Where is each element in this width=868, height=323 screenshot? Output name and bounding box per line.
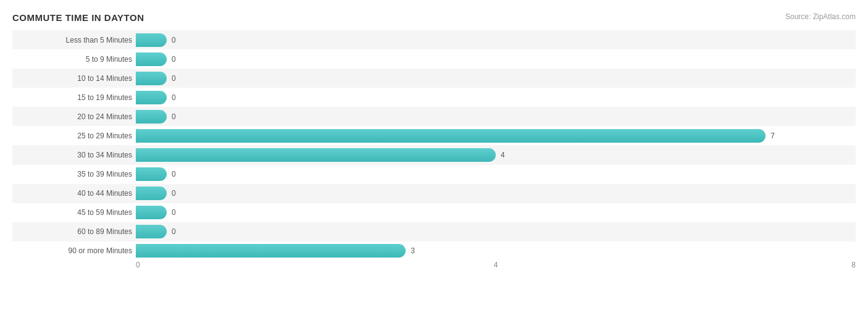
bar-area: 0 xyxy=(136,165,856,184)
bar-area: 4 xyxy=(136,145,856,164)
row-label: 45 to 59 Minutes xyxy=(12,208,136,217)
chart-source: Source: ZipAtlas.com xyxy=(785,12,856,21)
bar-value: 0 xyxy=(172,170,176,178)
bar-value: 0 xyxy=(172,189,176,198)
bar-area: 0 xyxy=(136,107,856,126)
bar-row: 20 to 24 Minutes0 xyxy=(12,107,856,126)
bar-area: 7 xyxy=(136,126,856,145)
bar-area: 0 xyxy=(136,203,856,222)
bar-row: 60 to 89 Minutes0 xyxy=(12,222,856,241)
bar-row: 5 to 9 Minutes0 xyxy=(12,49,856,69)
bar-row: 90 or more Minutes3 xyxy=(12,241,856,261)
bar-pill: 0 xyxy=(136,33,167,47)
row-label: 35 to 39 Minutes xyxy=(12,170,136,178)
bar-pill: 0 xyxy=(136,91,167,104)
bar-pill: 0 xyxy=(136,52,167,66)
bar-value: 7 xyxy=(770,132,775,140)
bar-pill: 0 xyxy=(136,72,167,85)
bar-row: 35 to 39 Minutes0 xyxy=(12,165,856,184)
bar-row: 45 to 59 Minutes0 xyxy=(12,203,856,222)
bar-row: 10 to 14 Minutes0 xyxy=(12,69,856,88)
bar-area: 0 xyxy=(136,49,856,69)
bar-row: 30 to 34 Minutes4 xyxy=(12,145,856,164)
bar-value: 0 xyxy=(172,36,176,44)
x-axis-label: 0 xyxy=(136,261,140,269)
bar-pill: 0 xyxy=(136,187,167,200)
bar-pill: 0 xyxy=(136,206,167,219)
bar-area: 0 xyxy=(136,69,856,88)
bar-row: 40 to 44 Minutes0 xyxy=(12,184,856,203)
row-label: Less than 5 Minutes xyxy=(12,36,136,44)
bar-pill: 3 xyxy=(136,244,406,258)
bar-row: 15 to 19 Minutes0 xyxy=(12,88,856,107)
row-label: 30 to 34 Minutes xyxy=(12,151,136,159)
bar-value: 0 xyxy=(172,93,176,102)
bar-row: 25 to 29 Minutes7 xyxy=(12,126,856,145)
row-label: 60 to 89 Minutes xyxy=(12,227,136,236)
bar-value: 4 xyxy=(501,151,505,159)
bar-area: 0 xyxy=(136,222,856,241)
row-label: 20 to 24 Minutes xyxy=(12,112,136,121)
bar-area: 0 xyxy=(136,184,856,203)
bar-value: 0 xyxy=(172,227,176,236)
bar-area: 0 xyxy=(136,30,856,49)
bar-value: 3 xyxy=(411,246,415,255)
row-label: 25 to 29 Minutes xyxy=(12,132,136,140)
bar-pill: 0 xyxy=(136,225,167,238)
bar-value: 0 xyxy=(172,112,176,121)
row-label: 10 to 14 Minutes xyxy=(12,74,136,83)
bar-pill: 0 xyxy=(136,110,167,124)
rows-container: Less than 5 Minutes05 to 9 Minutes010 to… xyxy=(12,30,856,261)
bar-pill: 7 xyxy=(136,129,766,143)
x-axis: 048 xyxy=(136,261,856,279)
chart-header: COMMUTE TIME IN DAYTON Source: ZipAtlas.… xyxy=(12,12,856,23)
row-label: 40 to 44 Minutes xyxy=(12,189,136,198)
chart-container: COMMUTE TIME IN DAYTON Source: ZipAtlas.… xyxy=(0,0,868,323)
bar-value: 0 xyxy=(172,208,176,217)
row-label: 15 to 19 Minutes xyxy=(12,93,136,102)
bar-pill: 0 xyxy=(136,167,167,181)
bar-value: 0 xyxy=(172,55,176,64)
bar-pill: 4 xyxy=(136,148,496,162)
bar-area: 3 xyxy=(136,241,856,261)
bar-area: 0 xyxy=(136,88,856,107)
row-label: 90 or more Minutes xyxy=(12,246,136,255)
chart-title: COMMUTE TIME IN DAYTON xyxy=(12,12,144,23)
x-axis-label: 8 xyxy=(851,261,856,269)
chart-body: Less than 5 Minutes05 to 9 Minutes010 to… xyxy=(12,30,856,279)
bar-row: Less than 5 Minutes0 xyxy=(12,30,856,49)
bar-value: 0 xyxy=(172,74,176,83)
row-label: 5 to 9 Minutes xyxy=(12,55,136,64)
x-axis-label: 4 xyxy=(494,261,498,269)
